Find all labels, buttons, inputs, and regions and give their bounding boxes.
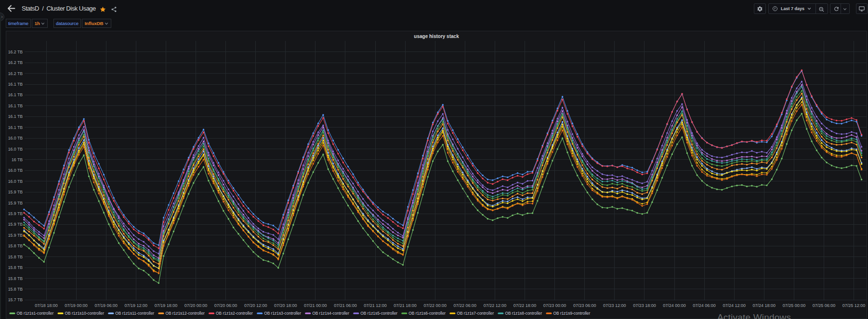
svg-text:15.9 TB: 15.9 TB bbox=[8, 222, 23, 227]
svg-text:07/19 00:00: 07/19 00:00 bbox=[65, 303, 88, 308]
svg-text:07/22 00:00: 07/22 00:00 bbox=[423, 303, 447, 308]
svg-text:07/21 06:00: 07/21 06:00 bbox=[334, 303, 357, 308]
svg-text:OB r1z1s11-controller: OB r1z1s11-controller bbox=[115, 311, 154, 316]
svg-text:07/25 06:00: 07/25 06:00 bbox=[813, 303, 836, 308]
svg-text:07/20 06:00: 07/20 06:00 bbox=[214, 303, 237, 308]
svg-text:07/23 00:00: 07/23 00:00 bbox=[543, 303, 566, 308]
svg-text:16.1 TB: 16.1 TB bbox=[8, 114, 23, 119]
svg-text:07/22 12:00: 07/22 12:00 bbox=[484, 303, 507, 308]
svg-text:16.2 TB: 16.2 TB bbox=[8, 60, 23, 65]
svg-text:15.7 TB: 15.7 TB bbox=[8, 297, 23, 302]
svg-text:15.9 TB: 15.9 TB bbox=[8, 211, 23, 216]
svg-text:15.9 TB: 15.9 TB bbox=[8, 233, 23, 238]
svg-text:07/19 06:00: 07/19 06:00 bbox=[94, 303, 118, 308]
svg-text:OB r1z1s1-controller: OB r1z1s1-controller bbox=[17, 311, 54, 316]
svg-text:07/20 12:00: 07/20 12:00 bbox=[244, 303, 267, 308]
svg-text:16 TB: 16 TB bbox=[12, 157, 23, 162]
svg-text:16.0 TB: 16.0 TB bbox=[8, 168, 23, 173]
svg-text:15.8 TB: 15.8 TB bbox=[8, 265, 23, 270]
svg-text:OB r1z1s2-controller: OB r1z1s2-controller bbox=[216, 311, 253, 316]
svg-text:16.2 TB: 16.2 TB bbox=[8, 71, 23, 76]
svg-text:07/18 18:00: 07/18 18:00 bbox=[35, 303, 58, 308]
svg-text:07/24 06:00: 07/24 06:00 bbox=[693, 303, 716, 308]
svg-text:15.8 TB: 15.8 TB bbox=[8, 255, 23, 259]
svg-text:07/24 18:00: 07/24 18:00 bbox=[753, 303, 776, 308]
svg-text:07/21 12:00: 07/21 12:00 bbox=[364, 303, 387, 308]
svg-text:OB r1z1s3-controller: OB r1z1s3-controller bbox=[264, 311, 301, 316]
svg-text:16.1 TB: 16.1 TB bbox=[8, 82, 23, 87]
svg-text:OB r1z1s5-controller: OB r1z1s5-controller bbox=[360, 311, 397, 316]
svg-text:OB r1z1s4-controller: OB r1z1s4-controller bbox=[312, 311, 349, 316]
svg-text:07/23 06:00: 07/23 06:00 bbox=[573, 303, 596, 308]
svg-text:16.2 TB: 16.2 TB bbox=[8, 50, 23, 54]
svg-text:07/24 00:00: 07/24 00:00 bbox=[663, 303, 686, 308]
svg-text:16.1 TB: 16.1 TB bbox=[8, 92, 23, 97]
svg-text:16.0 TB: 16.0 TB bbox=[8, 179, 23, 184]
svg-text:16.0 TB: 16.0 TB bbox=[8, 147, 23, 152]
svg-text:15.8 TB: 15.8 TB bbox=[8, 276, 23, 281]
svg-text:07/25 00:00: 07/25 00:00 bbox=[783, 303, 806, 308]
svg-text:OB r1z1s12-controller: OB r1z1s12-controller bbox=[165, 311, 205, 316]
svg-text:07/22 18:00: 07/22 18:00 bbox=[513, 303, 537, 308]
svg-text:07/21 00:00: 07/21 00:00 bbox=[304, 303, 327, 308]
svg-text:OB r1z1s10-controller: OB r1z1s10-controller bbox=[65, 311, 105, 316]
svg-text:15.9 TB: 15.9 TB bbox=[8, 201, 23, 205]
svg-text:07/19 12:00: 07/19 12:00 bbox=[125, 303, 148, 308]
svg-text:07/20 00:00: 07/20 00:00 bbox=[184, 303, 208, 308]
svg-text:15.9 TB: 15.9 TB bbox=[8, 190, 23, 194]
svg-text:07/25 12:00: 07/25 12:00 bbox=[842, 303, 866, 308]
svg-text:07/24 12:00: 07/24 12:00 bbox=[723, 303, 746, 308]
svg-text:15.8 TB: 15.8 TB bbox=[8, 287, 23, 292]
svg-text:16.1 TB: 16.1 TB bbox=[8, 103, 23, 108]
svg-text:07/23 18:00: 07/23 18:00 bbox=[633, 303, 656, 308]
svg-text:07/21 18:00: 07/21 18:00 bbox=[394, 303, 417, 308]
svg-text:16.1 TB: 16.1 TB bbox=[8, 125, 23, 130]
svg-text:usage history stack: usage history stack bbox=[414, 34, 459, 39]
svg-text:OB r1z1s9-controller: OB r1z1s9-controller bbox=[553, 311, 591, 316]
svg-text:07/20 18:00: 07/20 18:00 bbox=[274, 303, 297, 308]
svg-text:16.0 TB: 16.0 TB bbox=[8, 136, 23, 140]
svg-text:OB r1z1s8-controller: OB r1z1s8-controller bbox=[505, 311, 542, 316]
svg-text:OB r1z1s6-controller: OB r1z1s6-controller bbox=[408, 311, 446, 316]
svg-text:07/23 12:00: 07/23 12:00 bbox=[603, 303, 626, 308]
svg-text:07/19 18:00: 07/19 18:00 bbox=[155, 303, 178, 308]
svg-text:07/22 06:00: 07/22 06:00 bbox=[454, 303, 477, 308]
svg-text:OB r1z1s7-controller: OB r1z1s7-controller bbox=[457, 311, 494, 316]
svg-text:15.8 TB: 15.8 TB bbox=[8, 243, 23, 248]
